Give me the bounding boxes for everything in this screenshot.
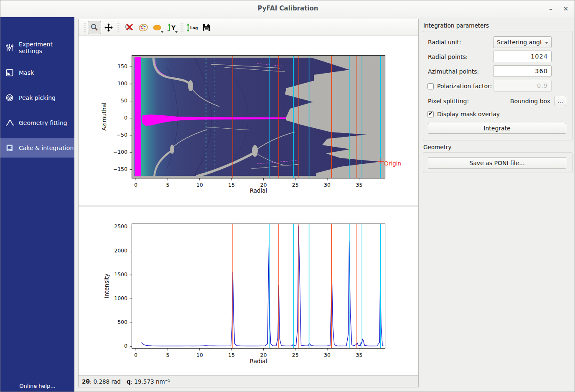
azimuthal-points-label: Azimuthal points: <box>428 68 479 75</box>
geometry-group: Save as PONI file... <box>423 152 572 173</box>
window-title: PyFAI Calibration <box>0 5 575 12</box>
beamstop-band <box>135 57 141 176</box>
x-tick-label: 10 <box>196 182 203 188</box>
radial-unit-select[interactable]: Scattering angle : <box>493 36 552 48</box>
log-scale-button[interactable]: Log <box>186 21 199 34</box>
pan-tool-button[interactable] <box>102 21 115 34</box>
radial-points-label: Radial points: <box>428 53 468 60</box>
mask-shape-button[interactable] <box>151 21 164 34</box>
online-help-link[interactable]: Online help... <box>0 383 74 389</box>
sidebar-item-peak-picking[interactable]: Peak picking <box>0 88 74 107</box>
origin-label: Origin <box>384 160 401 167</box>
y-tick-label: −100 <box>106 149 127 155</box>
cake-image-canvas: Origin <box>132 55 385 178</box>
dropdown-caret-icon <box>175 31 178 33</box>
sidebar-item-experiment-settings[interactable]: Experiment settings <box>0 38 74 57</box>
cake-list-icon <box>5 144 15 152</box>
sidebar-item-label: Mask <box>19 69 34 76</box>
x-tick-label: 0 <box>134 182 137 188</box>
integrated-1d-figure[interactable]: Intensity Radial 05101520253035050010001… <box>79 207 418 375</box>
display-mask-label: Display mask overlay <box>437 111 500 117</box>
dropdown-caret-icon <box>161 31 163 33</box>
log-axis-icon: Log <box>186 23 198 32</box>
magnifier-icon <box>90 23 99 32</box>
pixel-splitting-more-button[interactable]: ... <box>555 96 566 106</box>
radial-points-input[interactable]: 1024 <box>493 51 552 62</box>
sidebar-item-cake-integration[interactable]: Cake & integration <box>0 138 74 158</box>
y-tick-label: 1500 <box>106 271 127 277</box>
save-poni-button[interactable]: Save as PONI file... <box>428 157 566 169</box>
x-tick-label: 15 <box>228 352 235 358</box>
tth-value: : 0.288 rad <box>90 378 121 385</box>
sidebar-item-label: Peak picking <box>19 94 56 101</box>
x-tick-label: 5 <box>166 182 169 188</box>
x-tick-label: 20 <box>260 182 267 188</box>
x-tick-label: 30 <box>324 182 331 188</box>
save-figure-button[interactable] <box>200 21 213 34</box>
palette-icon <box>138 23 148 32</box>
integration-parameters-title: Integration parameters <box>423 22 489 29</box>
integration-parameters-group: Radial unit: Scattering angle : Radial p… <box>423 31 572 140</box>
magnifier-cross-icon <box>124 23 134 32</box>
tth-label: 2θ <box>82 378 90 385</box>
mask-image-icon <box>5 69 15 77</box>
sidebar-item-geometry-fitting[interactable]: Geometry fitting <box>0 113 74 132</box>
y-tick-label: 50 <box>106 97 127 104</box>
x-tick-label: 0 <box>134 352 137 358</box>
x-tick-label: 35 <box>356 352 362 358</box>
integrate-button[interactable]: Integrate <box>428 123 566 134</box>
pyfai-calibration-window: PyFAI Calibration – ✕ Experiment setting… <box>0 0 575 392</box>
sidebar-item-label: Cake & integration <box>19 145 74 151</box>
display-mask-checkbox[interactable] <box>427 111 434 117</box>
polarization-input[interactable]: 0.9 <box>493 80 552 92</box>
curve-canvas <box>132 224 385 349</box>
q-value: : 19.573 nm⁻¹ <box>131 378 170 385</box>
zoom-reset-button[interactable] <box>122 21 136 34</box>
title-bar: PyFAI Calibration – ✕ <box>0 0 575 17</box>
plot-panel: Y a Log <box>78 19 419 387</box>
colormap-button[interactable] <box>137 21 150 34</box>
svg-text:a: a <box>167 29 169 32</box>
y-axis-icon: Y a <box>167 23 177 32</box>
pixel-splitting-value: Bounding box <box>510 98 550 104</box>
close-button[interactable]: ✕ <box>560 3 572 15</box>
peak-curve-icon <box>5 119 15 127</box>
matplotlib-toolbar: Y a Log <box>79 19 418 36</box>
x-axis-label: Radial <box>132 358 385 364</box>
sidebar-item-mask[interactable]: Mask <box>0 63 74 82</box>
y-tick-label: −50 <box>106 132 127 138</box>
floppy-save-icon <box>202 23 211 32</box>
zoom-tool-button[interactable] <box>88 21 101 34</box>
polarization-checkbox[interactable] <box>427 83 434 89</box>
x-tick-label: 25 <box>292 352 299 358</box>
cursor-status-bar: 2θ: 0.288 rad q: 19.573 nm⁻¹ <box>79 375 418 387</box>
svg-text:Y: Y <box>171 24 176 31</box>
y-tick-label: −150 <box>106 166 127 172</box>
mask-blob <box>252 145 258 157</box>
y-tick-label: 0 <box>106 343 127 349</box>
x-tick-label: 30 <box>324 352 331 358</box>
plot-background <box>132 224 385 349</box>
chevron-down-icon <box>545 42 548 44</box>
mask-blob <box>188 80 193 91</box>
y-tick-label: 1000 <box>106 295 127 301</box>
y-tick-label: 0 <box>106 115 127 121</box>
mask-blob <box>170 145 174 154</box>
svg-text:Log: Log <box>190 26 198 30</box>
cake-2d-figure[interactable]: Azimuthal Radial <box>79 38 418 205</box>
radial-unit-value: Scattering angle : <box>497 39 542 46</box>
sidebar: Experiment settingsMaskPeak pickingGeome… <box>0 17 74 392</box>
toolbar-grip <box>83 22 86 33</box>
y-axis-scale-button[interactable]: Y a <box>165 21 178 34</box>
y-tick-label: 2000 <box>106 247 127 254</box>
minimize-button[interactable]: – <box>544 3 557 15</box>
toolbar-grip <box>181 22 183 33</box>
x-axis-label: Radial <box>132 187 385 194</box>
orange-ellipse-icon <box>153 23 163 32</box>
azimuthal-points-input[interactable]: 360 <box>493 65 552 77</box>
pixel-splitting-label: Pixel splitting: <box>428 98 469 104</box>
x-tick-label: 5 <box>166 352 169 358</box>
sidebar-item-label: Geometry fitting <box>19 120 67 126</box>
y-tick-label: 100 <box>106 80 127 87</box>
y-tick-label: 2500 <box>106 223 127 229</box>
